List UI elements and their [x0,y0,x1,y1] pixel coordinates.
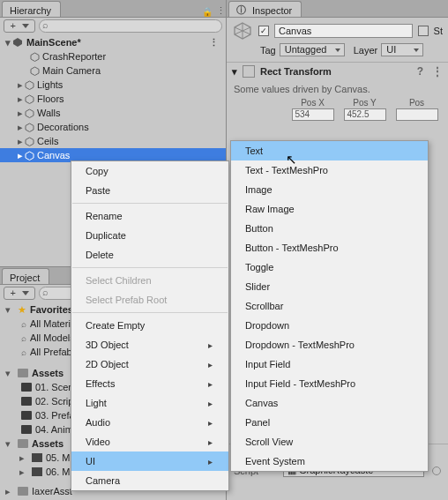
chevron-right-icon: ▸ [208,360,213,369]
scene-menu-icon[interactable]: ⋮ [209,37,220,49]
folder-icon [21,425,32,434]
menu-delete[interactable]: Delete [71,245,228,265]
submenu-event-system[interactable]: Event System [231,451,428,471]
gameobject-icon [25,151,34,160]
menu-rename[interactable]: Rename [71,206,228,226]
gameobject-icon [30,52,40,62]
object-picker-icon[interactable] [432,466,441,475]
active-checkbox[interactable]: ✓ [258,26,269,36]
submenu-dropdown-tmp[interactable]: Dropdown - TextMeshPro [231,335,428,354]
menu-select-children: Select Children [71,271,228,290]
tree-item[interactable]: ▸Ceils [0,134,226,148]
gameobject-name-field[interactable]: Canvas [274,24,413,38]
posx-label: Pos X [287,98,339,108]
panel-menu-icon[interactable]: ⋮≡ [216,5,226,17]
submenu-scrollbar[interactable]: Scrollbar [231,296,428,316]
hierarchy-context-menu: Copy Paste Rename Duplicate Delete Selec… [71,160,229,491]
project-create-dropdown[interactable]: + [4,287,35,300]
project-tab-label: Project [10,272,40,283]
gameobject-icon [25,108,34,118]
menu-effects[interactable]: Effects▸ [71,374,228,393]
foldout-icon[interactable]: ▸ [16,108,25,119]
create-dropdown[interactable]: + [4,19,35,33]
info-icon: ⓘ [236,4,246,17]
folder-icon [18,439,28,448]
submenu-button-tmp[interactable]: Button - TextMeshPro [231,238,428,257]
help-icon[interactable]: ? [417,65,423,78]
submenu-input-field[interactable]: Input Field [231,354,428,374]
submenu-button[interactable]: Button [231,219,428,238]
gameobject-icon [25,94,34,104]
menu-audio[interactable]: Audio▸ [71,413,228,432]
submenu-text-tmp[interactable]: Text - TextMeshPro [231,160,428,180]
scene-name: MainScene* [26,37,81,48]
rect-note: Some values driven by Canvas. [234,84,443,94]
star-icon: ★ [18,304,26,316]
lock-icon[interactable]: 🔒 [202,7,213,17]
folder-icon [32,453,42,462]
foldout-icon[interactable]: ▸ [16,122,25,133]
menu-ui[interactable]: UI▸ [71,451,228,471]
project-tab[interactable]: Project [2,268,49,284]
menu-paste[interactable]: Paste [71,181,228,200]
hierarchy-tab[interactable]: Hierarchy [2,1,61,17]
gameobject-icon [25,137,34,146]
gear-icon[interactable]: ⋮ [432,65,443,78]
svg-marker-5 [26,109,34,118]
foldout-icon[interactable]: ▸ [16,93,25,105]
submenu-toggle[interactable]: Toggle [231,257,428,277]
posy-field[interactable]: 452.5 [344,108,386,121]
layer-dropdown[interactable]: UI [381,43,423,56]
hierarchy-search-input[interactable] [39,19,222,33]
posz-label: Pos [391,98,443,108]
tree-item[interactable]: CrashReporter [0,49,226,63]
menu-light[interactable]: Light▸ [71,393,228,413]
tree-item[interactable]: ▸Floors [0,92,226,106]
submenu-scroll-view[interactable]: Scroll View [231,432,428,451]
svg-marker-7 [26,138,34,146]
foldout-icon[interactable]: ▾ [232,66,237,78]
tag-dropdown[interactable]: Untagged [280,43,345,56]
submenu-canvas[interactable]: Canvas [231,393,428,413]
foldout-icon[interactable]: ▾ [4,37,12,49]
menu-duplicate[interactable]: Duplicate [71,226,228,245]
foldout-icon[interactable]: ▸ [16,136,25,147]
inspector-tab[interactable]: ⓘ Inspector [228,1,302,17]
menu-create-empty[interactable]: Create Empty [71,316,228,335]
scene-row[interactable]: ▾ MainScene* ⋮ [0,35,226,49]
unity-icon [12,37,23,48]
menu-camera[interactable]: Camera [71,471,228,490]
submenu-panel[interactable]: Panel [231,413,428,432]
submenu-input-field-tmp[interactable]: Input Field - TextMeshPro [231,374,428,393]
menu-2d-object[interactable]: 2D Object▸ [71,354,228,374]
chevron-down-icon [22,24,29,28]
submenu-image[interactable]: Image [231,180,428,199]
submenu-slider[interactable]: Slider [231,277,428,296]
gameobject-icon [232,20,253,41]
submenu-text[interactable]: Text [231,141,428,160]
menu-video[interactable]: Video▸ [71,432,228,451]
static-checkbox[interactable] [418,26,429,36]
submenu-raw-image[interactable]: Raw Image [231,199,428,219]
ui-submenu: Text Text - TextMeshPro Image Raw Image … [230,140,429,472]
chevron-right-icon: ▸ [208,340,213,350]
svg-marker-6 [26,123,34,132]
foldout-icon[interactable]: ▸ [16,79,25,91]
tree-item[interactable]: Main Camera [0,63,226,78]
foldout-icon[interactable]: ▸ [16,150,25,161]
gameobject-icon [25,80,34,90]
submenu-dropdown[interactable]: Dropdown [231,316,428,335]
folder-icon [21,411,32,420]
menu-3d-object[interactable]: 3D Object▸ [71,335,228,354]
tree-item[interactable]: ▸Lights [0,78,226,92]
rect-transform-header[interactable]: ▾ Rect Transform ? ⋮ [227,63,448,80]
search-icon: ⌕ [21,347,26,357]
tree-item[interactable]: ▸Decorations [0,120,226,134]
svg-marker-4 [26,95,34,104]
tree-item[interactable]: ▸Walls [0,106,226,120]
chevron-down-icon [22,291,29,295]
static-label: St [434,26,443,36]
posz-field[interactable] [396,108,438,121]
posx-field[interactable]: 534 [292,108,334,121]
menu-copy[interactable]: Copy [71,161,228,181]
